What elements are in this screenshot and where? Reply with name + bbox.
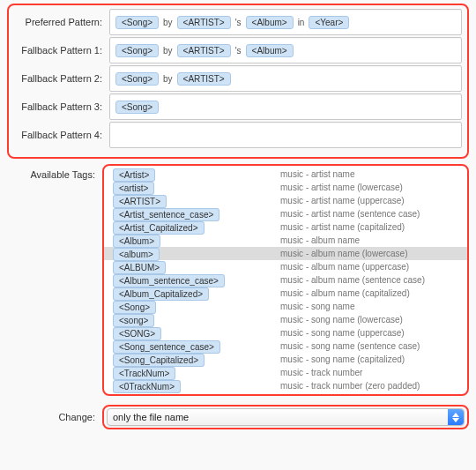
tag-description: music - album name (capitalized) (280, 288, 458, 298)
fallback4-pattern-input[interactable] (109, 122, 462, 148)
pattern-group: Preferred Pattern: <Song>by<ARTIST>'s<Al… (7, 4, 469, 159)
tag-description: music - track number (280, 368, 458, 377)
tag-row[interactable]: <album>music - album name (lowercase) (104, 247, 467, 260)
tag-row[interactable]: <Song_sentence_case>music - song name (s… (104, 339, 467, 353)
available-tags-list[interactable]: <Artist>music - artist name<artist>music… (102, 164, 469, 396)
tag-row[interactable]: <Album_sentence_case>music - album name … (104, 273, 467, 287)
fallback2-row: Fallback Pattern 2: <Song>by<ARTIST> (14, 65, 462, 92)
tag-token[interactable]: <SONG> (113, 327, 161, 340)
tag-row[interactable]: <Album_Capitalized>music - album name (c… (104, 287, 467, 300)
fallback1-row: Fallback Pattern 1: <Song>by<ARTIST>'s<A… (14, 37, 462, 63)
pattern-token[interactable]: <ARTIST> (177, 16, 231, 29)
svg-marker-1 (452, 418, 459, 422)
pattern-separator: by (162, 18, 174, 27)
change-label: Change: (7, 412, 102, 422)
tag-row[interactable]: <Album>music - album name (104, 234, 467, 247)
tag-token[interactable]: <Song_sentence_case> (113, 340, 220, 354)
change-highlight: only the file name (102, 405, 469, 429)
change-row: Change: only the file name (7, 405, 469, 429)
tag-token[interactable]: <Album_Capitalized> (113, 287, 209, 301)
tag-row[interactable]: <Song_Capitalized>music - song name (cap… (104, 353, 467, 366)
fallback4-row: Fallback Pattern 4: (14, 122, 462, 148)
tag-token[interactable]: <Artist_Capitalized> (113, 221, 205, 235)
preferred-pattern-input[interactable]: <Song>by<ARTIST>'s<Album>in<Year> (109, 9, 462, 35)
fallback2-pattern-input[interactable]: <Song>by<ARTIST> (109, 65, 462, 92)
tag-token[interactable]: <Song_Capitalized> (113, 354, 205, 367)
tag-row[interactable]: <0TrackNum>music - track number (zero pa… (104, 379, 467, 392)
tag-description: music - artist name (capitalized) (280, 222, 458, 232)
tag-description: music - artist name (lowercase) (280, 183, 458, 192)
tag-token[interactable]: <Artist> (113, 168, 155, 182)
fallback4-label: Fallback Pattern 4: (14, 130, 109, 140)
available-tags-row: Available Tags: <Artist>music - artist n… (7, 164, 469, 396)
tag-description: music - song name (uppercase) (280, 328, 458, 338)
tag-token[interactable]: <Album_sentence_case> (113, 274, 225, 287)
preferred-label: Preferred Pattern: (14, 17, 109, 27)
tag-description: music - artist name (uppercase) (280, 196, 458, 205)
tag-token[interactable]: <song> (113, 314, 154, 327)
pattern-token[interactable]: <Year> (309, 16, 349, 29)
pattern-token[interactable]: <ARTIST> (177, 44, 231, 57)
tag-token[interactable]: <ALBUM> (113, 261, 166, 274)
fallback1-label: Fallback Pattern 1: (14, 45, 109, 56)
tag-description: music - album name (280, 235, 458, 245)
fallback3-row: Fallback Pattern 3: <Song> (14, 93, 462, 120)
tag-description: music - album name (sentence case) (280, 275, 458, 285)
tag-description: music - artist name (280, 169, 458, 179)
tag-description: music - track number (zero padded) (280, 381, 458, 391)
pattern-token[interactable]: <Song> (115, 72, 159, 86)
tag-row[interactable]: <Song>music - song name (104, 300, 467, 313)
tag-row[interactable]: <song>music - song name (lowercase) (104, 313, 467, 326)
tag-row[interactable]: <ARTIST>music - artist name (uppercase) (104, 194, 467, 207)
preferred-pattern-row: Preferred Pattern: <Song>by<ARTIST>'s<Al… (14, 9, 462, 35)
tag-token[interactable]: <ARTIST> (113, 195, 167, 208)
tag-token[interactable]: <Artist_sentence_case> (113, 208, 219, 221)
tag-description: music - song name (sentence case) (280, 341, 458, 351)
tag-description: music - album name (lowercase) (280, 249, 458, 258)
pattern-separator: 's (234, 18, 242, 27)
svg-marker-0 (452, 413, 459, 417)
pattern-token[interactable]: <ARTIST> (177, 72, 231, 86)
pattern-separator: by (162, 74, 174, 84)
fallback3-label: Fallback Pattern 3: (14, 101, 109, 112)
fallback1-pattern-input[interactable]: <Song>by<ARTIST>'s<Album> (109, 37, 462, 63)
tag-description: music - artist name (sentence case) (280, 209, 458, 219)
tag-description: music - song name (lowercase) (280, 315, 458, 325)
tag-row[interactable]: <Artist>music - artist name (104, 168, 467, 181)
tag-row[interactable]: <Artist_Capitalized>music - artist name … (104, 220, 467, 234)
pattern-token[interactable]: <Album> (246, 16, 294, 29)
fallback2-label: Fallback Pattern 2: (14, 73, 109, 84)
tag-row[interactable]: <artist>music - artist name (lowercase) (104, 181, 467, 194)
pattern-token[interactable]: <Song> (115, 101, 159, 114)
tag-token[interactable]: <album> (113, 248, 160, 261)
tag-token[interactable]: <Song> (113, 301, 156, 314)
tag-token[interactable]: <artist> (113, 182, 154, 195)
tag-description: music - album name (uppercase) (280, 262, 458, 272)
tag-description: music - song name (280, 302, 458, 311)
available-tags-label: Available Tags: (7, 164, 102, 180)
updown-arrows-icon (448, 409, 464, 425)
tag-row[interactable]: <Artist_sentence_case>music - artist nam… (104, 207, 467, 220)
tag-description: music - song name (capitalized) (280, 354, 458, 364)
tag-token[interactable]: <TrackNum> (113, 367, 175, 380)
fallback3-pattern-input[interactable]: <Song> (109, 93, 462, 120)
pattern-token[interactable]: <Album> (246, 44, 294, 57)
pattern-token[interactable]: <Song> (115, 16, 159, 29)
pattern-separator: 's (234, 46, 242, 56)
pattern-separator: in (297, 18, 306, 27)
change-select[interactable]: only the file name (107, 408, 465, 426)
tag-row[interactable]: <SONG>music - song name (uppercase) (104, 326, 467, 339)
tag-token[interactable]: <0TrackNum> (113, 380, 181, 393)
tag-row[interactable]: <TrackNum>music - track number (104, 366, 467, 379)
tag-row[interactable]: <ALBUM>music - album name (uppercase) (104, 260, 467, 273)
pattern-separator: by (162, 46, 174, 56)
tag-token[interactable]: <Album> (113, 235, 160, 248)
change-select-value: only the file name (113, 412, 189, 422)
pattern-token[interactable]: <Song> (115, 44, 159, 57)
